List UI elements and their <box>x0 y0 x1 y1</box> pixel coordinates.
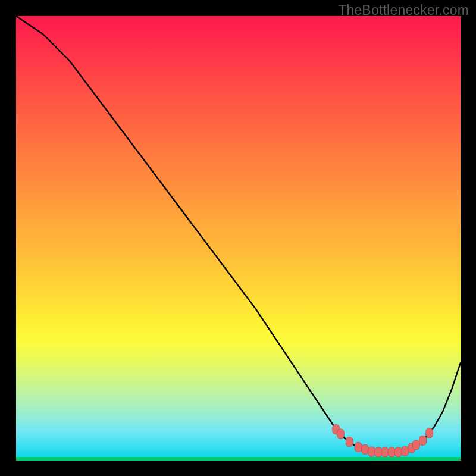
optimal-marker <box>355 443 362 452</box>
optimal-marker <box>402 446 409 456</box>
watermark-label: TheBottlenecker.com <box>338 2 469 18</box>
optimal-marker <box>394 447 402 457</box>
chart-frame: TheBottlenecker.com <box>0 0 476 476</box>
optimal-marker <box>368 447 375 456</box>
optimal-marker <box>426 428 433 438</box>
optimal-marker <box>419 436 427 445</box>
optimal-marker <box>388 447 395 457</box>
optimal-marker <box>361 444 368 454</box>
optimal-marker <box>381 447 389 457</box>
optimal-marker <box>337 429 344 439</box>
optimal-range-markers <box>16 16 461 461</box>
optimal-marker <box>412 440 419 450</box>
optimal-marker <box>375 447 382 457</box>
plot-area <box>16 16 461 461</box>
optimal-marker <box>346 437 353 447</box>
